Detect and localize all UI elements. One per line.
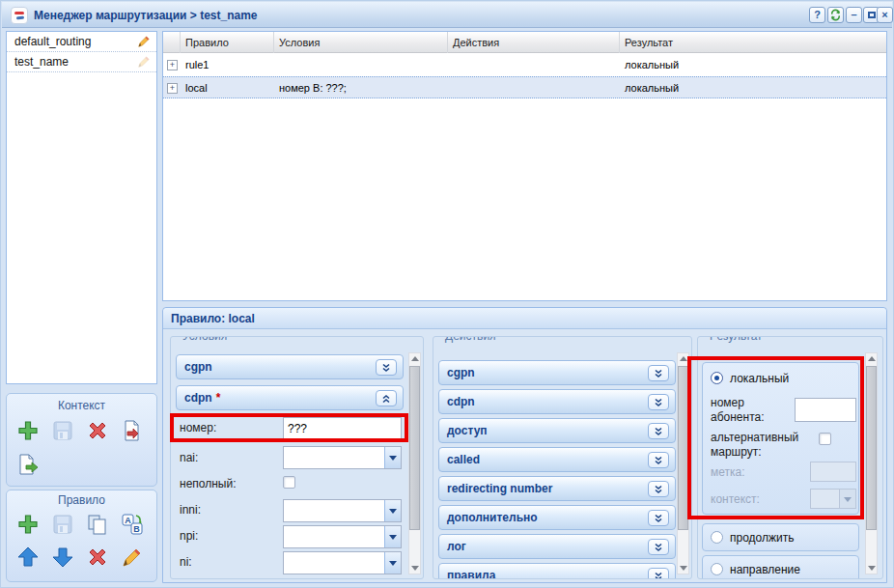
result-option-local[interactable]: локальный номер абонента: альтернативный… bbox=[702, 362, 859, 515]
incomplete-field-label: неполный: bbox=[180, 477, 237, 490]
titlebar[interactable]: Менеджер маршрутизации > test_name ? – × bbox=[2, 2, 892, 28]
chevron-down-icon[interactable] bbox=[648, 394, 669, 410]
conditions-scrollbar[interactable] bbox=[408, 352, 421, 574]
actions-section-additional[interactable]: дополнительно bbox=[438, 505, 676, 530]
subscriber-number-input[interactable] bbox=[795, 398, 856, 422]
direction-radio-label: направление bbox=[730, 563, 800, 576]
context-combo bbox=[810, 489, 856, 509]
rule-move-up-button[interactable] bbox=[16, 545, 42, 570]
inni-combo[interactable] bbox=[283, 499, 402, 522]
actions-section-called[interactable]: called bbox=[438, 447, 676, 472]
actions-section-log[interactable]: лог bbox=[438, 534, 676, 559]
chevron-down-icon[interactable] bbox=[648, 539, 669, 555]
context-export-button[interactable] bbox=[16, 452, 42, 477]
alt-route-checkbox[interactable] bbox=[819, 433, 831, 445]
scrollbar-thumb[interactable] bbox=[678, 366, 688, 530]
minimize-icon: – bbox=[851, 9, 856, 20]
context-item-default-routing[interactable]: default_routing bbox=[7, 32, 156, 52]
context-save-button[interactable] bbox=[51, 418, 76, 443]
chevron-down-icon[interactable] bbox=[648, 365, 669, 381]
chevron-down-icon[interactable] bbox=[648, 568, 669, 579]
actions-scrollbar[interactable] bbox=[677, 352, 689, 574]
expand-row-icon[interactable]: + bbox=[167, 60, 178, 70]
conditions-section-cgpn[interactable]: cgpn bbox=[176, 354, 404, 379]
close-button[interactable]: × bbox=[877, 7, 893, 23]
direction-radio[interactable] bbox=[711, 563, 723, 575]
chevron-down-icon[interactable] bbox=[648, 423, 669, 439]
scroll-down-icon[interactable] bbox=[409, 562, 420, 574]
ni-combo[interactable] bbox=[283, 551, 402, 574]
combo-chevron-icon[interactable] bbox=[384, 500, 401, 521]
scroll-up-icon[interactable] bbox=[409, 353, 420, 365]
chevron-down-icon[interactable] bbox=[376, 359, 397, 376]
context-item-test-name[interactable]: test_name bbox=[7, 52, 156, 72]
actions-section-rules[interactable]: правила bbox=[438, 563, 676, 579]
minimize-button[interactable]: – bbox=[846, 7, 862, 23]
nai-combo[interactable] bbox=[283, 446, 402, 469]
local-radio[interactable] bbox=[711, 372, 723, 384]
rule-panel-title: Правило bbox=[7, 490, 156, 507]
cell-result: локальный bbox=[620, 77, 886, 99]
actions-section-access[interactable]: доступ bbox=[438, 418, 676, 443]
save-icon bbox=[51, 513, 74, 536]
column-conditions[interactable]: Условия bbox=[274, 32, 448, 53]
actions-section-redirecting-number[interactable]: redirecting number bbox=[438, 476, 676, 501]
help-button[interactable]: ? bbox=[809, 7, 825, 23]
conditions-section-cdpn[interactable]: cdpn * bbox=[176, 385, 404, 410]
result-scrollbar[interactable] bbox=[865, 352, 878, 574]
actions-section-cgpn[interactable]: cgpn bbox=[438, 360, 676, 385]
refresh-button[interactable] bbox=[827, 7, 844, 23]
context-name: test_name bbox=[14, 55, 69, 69]
npi-combo[interactable] bbox=[283, 525, 402, 548]
column-result[interactable]: Результат bbox=[620, 32, 886, 53]
combo-chevron-icon[interactable] bbox=[384, 552, 401, 574]
cell-rule: local bbox=[181, 77, 274, 99]
number-input[interactable] bbox=[283, 417, 402, 439]
add-icon bbox=[16, 513, 40, 536]
context-add-button[interactable] bbox=[16, 418, 42, 443]
scrollbar-thumb[interactable] bbox=[866, 366, 877, 530]
column-rule[interactable]: Правило bbox=[181, 32, 274, 53]
actions-section-cdpn[interactable]: cdpn bbox=[438, 389, 676, 414]
rule-copy-button[interactable] bbox=[86, 512, 111, 537]
rename-icon: AB bbox=[121, 513, 144, 536]
alt-route-label: альтернативный маршрут: bbox=[711, 431, 817, 460]
edit-pencil-icon-faded[interactable] bbox=[137, 55, 151, 69]
result-option-continue[interactable]: продолжить bbox=[702, 523, 859, 551]
chevron-down-icon[interactable] bbox=[648, 481, 669, 497]
context-delete-button[interactable] bbox=[86, 418, 111, 443]
rule-add-button[interactable] bbox=[16, 512, 42, 537]
subscriber-number-label: номер абонента: bbox=[711, 396, 793, 425]
svg-text:A: A bbox=[125, 516, 131, 525]
edit-pencil-icon[interactable] bbox=[137, 35, 151, 48]
rule-move-down-button[interactable] bbox=[51, 545, 76, 570]
rule-rename-button[interactable]: AB bbox=[121, 512, 146, 537]
rule-edit-button[interactable] bbox=[121, 545, 146, 570]
expand-row-icon[interactable]: + bbox=[167, 83, 178, 94]
rule-save-button[interactable] bbox=[51, 512, 76, 537]
scrollbar-thumb[interactable] bbox=[409, 366, 420, 530]
scroll-down-icon[interactable] bbox=[678, 562, 688, 574]
window-title: Менеджер маршрутизации > test_name bbox=[34, 9, 258, 22]
scroll-up-icon[interactable] bbox=[678, 353, 688, 365]
combo-chevron-icon[interactable] bbox=[384, 447, 401, 468]
column-actions[interactable]: Действия bbox=[448, 32, 620, 53]
routing-manager-window: Менеджер маршрутизации > test_name ? – ×… bbox=[0, 0, 894, 588]
combo-chevron-icon[interactable] bbox=[384, 526, 401, 547]
rules-grid: Правило Условия Действия Результат + rul… bbox=[162, 31, 887, 301]
result-option-direction[interactable]: направление bbox=[702, 555, 859, 579]
chevron-down-icon[interactable] bbox=[648, 510, 669, 526]
continue-radio[interactable] bbox=[711, 531, 723, 544]
scroll-down-icon[interactable] bbox=[866, 562, 877, 574]
chevron-up-icon[interactable] bbox=[376, 390, 397, 406]
number-field-label: номер: bbox=[180, 421, 216, 434]
incomplete-checkbox[interactable] bbox=[283, 476, 295, 489]
rule-delete-button[interactable] bbox=[86, 545, 111, 570]
context-import-button[interactable] bbox=[121, 418, 146, 443]
grid-row-local[interactable]: + local номер B: ???; локальный bbox=[163, 76, 886, 98]
scroll-up-icon[interactable] bbox=[866, 353, 877, 365]
app-logo-icon bbox=[11, 7, 28, 24]
grid-row-rule1[interactable]: + rule1 локальный bbox=[163, 54, 886, 76]
context-panel-title: Контекст bbox=[7, 394, 156, 412]
chevron-down-icon[interactable] bbox=[648, 452, 669, 468]
